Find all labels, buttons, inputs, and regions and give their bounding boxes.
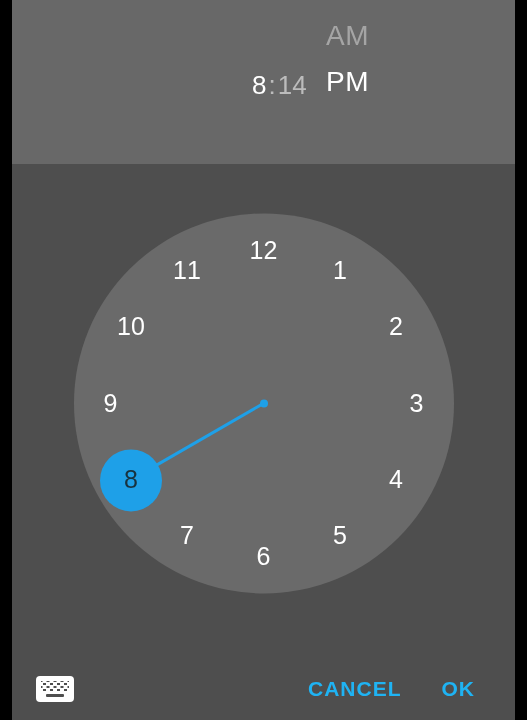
time-picker-header: AM PM 8 : 14 xyxy=(12,0,515,164)
clock-hour-5[interactable]: 5 xyxy=(320,516,360,556)
time-display: 8 : 14 xyxy=(252,70,307,101)
ok-button[interactable]: OK xyxy=(422,667,496,711)
clock-hour-4[interactable]: 4 xyxy=(376,460,416,500)
clock-hour-8[interactable]: 8 xyxy=(111,460,151,500)
clock-hour-7[interactable]: 7 xyxy=(167,516,207,556)
clock-hour-1[interactable]: 1 xyxy=(320,251,360,291)
pm-option[interactable]: PM xyxy=(326,66,369,98)
time-colon: : xyxy=(268,70,275,101)
clock-hour-6[interactable]: 6 xyxy=(244,536,284,576)
am-pm-toggle: AM PM xyxy=(326,20,369,112)
time-picker-dialog: AM PM 8 : 14 121234567891011 CANCEL OK xyxy=(12,0,515,720)
cancel-button[interactable]: CANCEL xyxy=(288,667,422,711)
clock-hour-2[interactable]: 2 xyxy=(376,307,416,347)
am-option[interactable]: AM xyxy=(326,20,369,52)
clock-center-dot xyxy=(260,399,268,407)
clock-hour-11[interactable]: 11 xyxy=(167,251,207,291)
clock-hour-10[interactable]: 10 xyxy=(111,307,151,347)
clock-face[interactable]: 121234567891011 xyxy=(74,213,454,593)
keyboard-input-icon[interactable] xyxy=(36,676,74,702)
clock-area: 121234567891011 xyxy=(12,164,515,658)
hour-value[interactable]: 8 xyxy=(252,70,266,101)
clock-hour-9[interactable]: 9 xyxy=(91,383,131,423)
minute-value[interactable]: 14 xyxy=(278,70,307,101)
clock-hour-12[interactable]: 12 xyxy=(244,230,284,270)
dialog-footer: CANCEL OK xyxy=(12,658,515,720)
clock-hour-3[interactable]: 3 xyxy=(397,383,437,423)
